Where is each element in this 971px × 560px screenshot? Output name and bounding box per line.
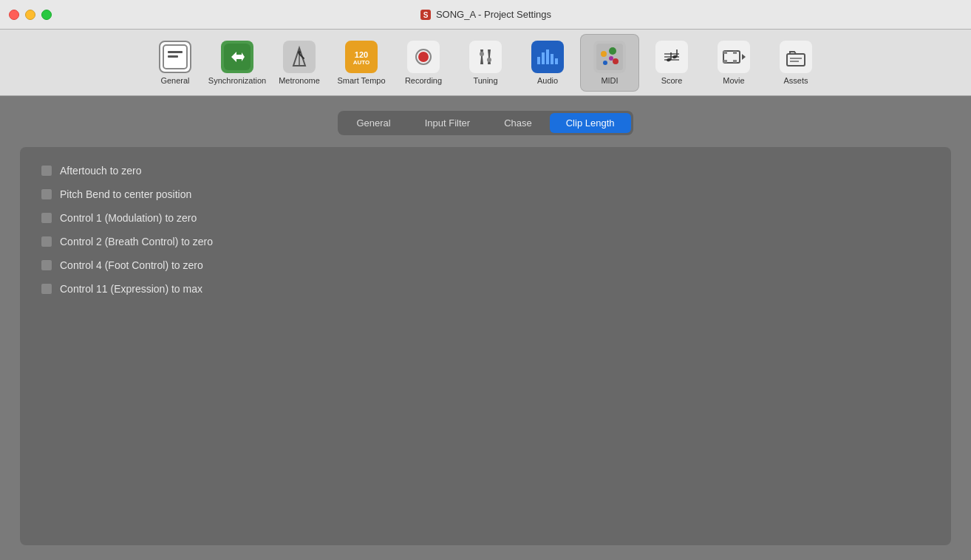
content-panel: Aftertouch to zeroPitch Bend to center p…: [20, 147, 951, 545]
svg-rect-3: [168, 51, 183, 53]
metronome-icon: [283, 41, 316, 73]
score-icon: [655, 41, 688, 73]
general-label: General: [160, 76, 189, 85]
main-content: GeneralInput FilterChaseClip Length Afte…: [0, 96, 971, 560]
recording-label: Recording: [405, 76, 442, 85]
maximize-button[interactable]: [41, 10, 52, 20]
tuning-icon: [469, 41, 502, 73]
metronome-label: Metronome: [279, 76, 320, 85]
svg-rect-28: [551, 54, 553, 64]
svg-rect-25: [537, 57, 540, 64]
svg-rect-54: [790, 61, 799, 62]
subtab-general[interactable]: General: [340, 113, 406, 133]
checkbox-row-control2: Control 2 (Breath Control) to zero: [41, 236, 930, 247]
toolbar-item-general[interactable]: General: [146, 34, 205, 92]
toolbar-item-metronome[interactable]: Metronome: [270, 34, 329, 92]
audio-icon: [531, 41, 564, 73]
svg-point-31: [601, 51, 607, 57]
midi-label: MIDI: [601, 76, 618, 85]
checkbox-control4[interactable]: [41, 259, 52, 271]
close-button[interactable]: [9, 10, 19, 20]
checkbox-row-control4: Control 4 (Foot Control) to zero: [41, 259, 930, 271]
tuning-label: Tuning: [473, 76, 497, 85]
svg-rect-49: [723, 60, 727, 63]
checkbox-control1[interactable]: [41, 212, 52, 224]
toolbar: GeneralSynchronizationMetronome120AUTOSm…: [0, 30, 971, 96]
toolbar-item-audio[interactable]: Audio: [518, 34, 577, 92]
toolbar-item-synchronization[interactable]: Synchronization: [208, 34, 267, 92]
toolbar-item-smart-tempo[interactable]: 120AUTOSmart Tempo: [332, 34, 391, 92]
checkbox-label-control2: Control 2 (Breath Control) to zero: [60, 236, 213, 247]
svg-rect-27: [546, 49, 549, 64]
recording-icon: [407, 41, 440, 73]
toolbar-item-midi[interactable]: MIDI: [580, 34, 639, 92]
checkbox-label-aftertouch: Aftertouch to zero: [60, 165, 142, 177]
checkbox-row-control11: Control 11 (Expression) to max: [41, 283, 930, 295]
toolbar-item-score[interactable]: Score: [642, 34, 701, 92]
svg-rect-4: [168, 55, 178, 58]
svg-text:S: S: [423, 11, 429, 19]
score-label: Score: [661, 76, 683, 85]
svg-point-32: [609, 47, 616, 55]
assets-label: Assets: [783, 76, 808, 85]
svg-point-22: [480, 52, 484, 56]
subtab-chase[interactable]: Chase: [488, 113, 548, 133]
checkbox-row-aftertouch: Aftertouch to zero: [41, 165, 930, 177]
checkbox-label-control4: Control 4 (Foot Control) to zero: [60, 259, 203, 271]
midi-icon: [593, 41, 626, 73]
svg-rect-26: [542, 52, 545, 64]
subtab-clip-length[interactable]: Clip Length: [550, 113, 631, 133]
checkbox-control2[interactable]: [41, 236, 52, 247]
checkbox-aftertouch[interactable]: [41, 165, 52, 177]
audio-label: Audio: [537, 76, 558, 85]
svg-rect-17: [472, 44, 499, 70]
svg-point-33: [613, 58, 619, 64]
synchronization-label: Synchronization: [208, 76, 266, 85]
titlebar: S SONG_A - Project Settings: [0, 0, 971, 30]
svg-point-34: [603, 61, 607, 65]
svg-rect-53: [790, 58, 802, 59]
svg-rect-29: [555, 58, 558, 64]
window-controls: [9, 10, 52, 20]
svg-rect-50: [733, 60, 737, 63]
smart-tempo-label: Smart Tempo: [337, 76, 385, 85]
app-icon: S: [420, 9, 432, 21]
movie-label: Movie: [723, 76, 744, 85]
checkbox-row-pitch-bend: Pitch Bend to center position: [41, 188, 930, 200]
svg-text:120: 120: [355, 50, 368, 59]
general-icon: [159, 41, 191, 73]
checkbox-control11[interactable]: [41, 283, 52, 295]
svg-rect-48: [733, 51, 737, 54]
synchronization-icon: [221, 41, 253, 73]
checkbox-label-pitch-bend: Pitch Bend to center position: [60, 188, 191, 200]
minimize-button[interactable]: [25, 10, 35, 20]
svg-point-35: [609, 56, 613, 61]
checkbox-row-control1: Control 1 (Modulation) to zero: [41, 212, 930, 224]
movie-icon: [718, 41, 750, 73]
toolbar-item-assets[interactable]: Assets: [766, 34, 825, 92]
svg-rect-47: [723, 51, 727, 54]
window-title: S SONG_A - Project Settings: [420, 9, 551, 21]
svg-point-16: [418, 52, 429, 62]
svg-point-23: [487, 58, 491, 62]
svg-text:AUTO: AUTO: [353, 59, 370, 66]
toolbar-item-tuning[interactable]: Tuning: [456, 34, 515, 92]
toolbar-item-movie[interactable]: Movie: [704, 34, 763, 92]
toolbar-item-recording[interactable]: Recording: [394, 34, 453, 92]
assets-icon: [780, 41, 812, 73]
svg-point-10: [298, 51, 301, 54]
checkbox-pitch-bend[interactable]: [41, 188, 52, 200]
midi-subtabs: GeneralInput FilterChaseClip Length: [338, 111, 633, 135]
checkbox-label-control11: Control 11 (Expression) to max: [60, 283, 202, 295]
smart-tempo-icon: 120AUTO: [345, 41, 378, 73]
subtab-input-filter[interactable]: Input Filter: [409, 113, 486, 133]
checkbox-label-control1: Control 1 (Modulation) to zero: [60, 212, 197, 224]
